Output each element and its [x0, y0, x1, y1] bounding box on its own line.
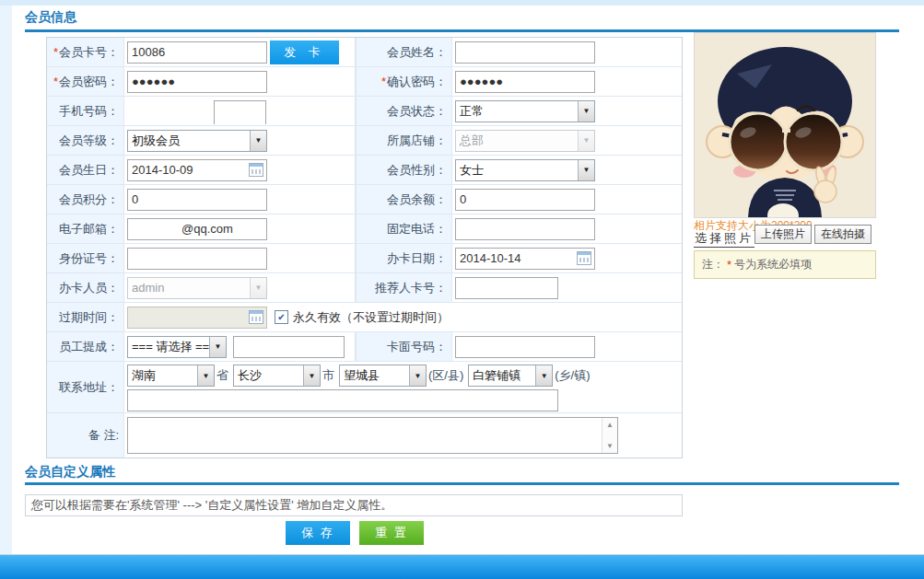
- section-title-member-info: 会员信息: [25, 9, 76, 26]
- balance-input[interactable]: [455, 189, 595, 211]
- member-photo: [694, 32, 876, 218]
- textarea-scrollbar[interactable]: ▲ ▼: [602, 418, 617, 453]
- form-row: 联系地址： 湖南 ▼ 省 长沙 ▼ 市 望城县 ▼: [47, 362, 682, 413]
- mobile-label: 手机号码：: [47, 97, 124, 125]
- commission-select[interactable]: === 请选择 === ▼: [127, 336, 227, 358]
- form-row: 过期时间： 永久有效（不设置过期时间）: [47, 303, 682, 332]
- address-detail-input[interactable]: [127, 389, 558, 411]
- member-name-input[interactable]: [455, 41, 595, 64]
- id-card-label: 身份证号：: [47, 244, 124, 272]
- chevron-down-icon: ▼: [250, 131, 266, 151]
- chevron-down-icon: ▼: [578, 101, 594, 122]
- form-row: *会员密码： *确认密码：: [47, 67, 682, 97]
- issue-card-button[interactable]: 发 卡: [270, 41, 339, 64]
- save-button[interactable]: 保 存: [286, 521, 350, 545]
- chevron-down-icon: ▼: [578, 131, 594, 151]
- card-no-input[interactable]: [127, 41, 267, 64]
- required-mark: *: [53, 45, 58, 59]
- chevron-down-icon: ▼: [197, 365, 214, 386]
- store-label: 所属店铺：: [356, 126, 452, 155]
- town-select[interactable]: 白箬铺镇 ▼: [468, 365, 553, 387]
- card-date-input[interactable]: 2014-10-14: [455, 248, 595, 270]
- online-capture-button[interactable]: 在线拍摄: [814, 225, 871, 244]
- calendar-icon[interactable]: [249, 163, 263, 177]
- card-face-input[interactable]: [455, 336, 595, 358]
- operator-select: admin ▼: [127, 277, 267, 299]
- chevron-down-icon: ▼: [303, 365, 320, 386]
- gender-label: 会员性别：: [356, 156, 452, 184]
- top-strip: [0, 0, 924, 6]
- required-mark: *: [381, 75, 386, 88]
- expire-input: [127, 307, 267, 329]
- chevron-down-icon: ▼: [209, 337, 226, 357]
- upload-photo-button[interactable]: 上传照片: [754, 225, 812, 244]
- id-card-input[interactable]: [127, 248, 267, 270]
- form-row: 电子邮箱： 固定电话：: [47, 214, 682, 244]
- form-row: *会员卡号： 发 卡 会员姓名：: [47, 38, 682, 67]
- city-select[interactable]: 长沙 ▼: [233, 365, 321, 387]
- birthday-input[interactable]: 2014-10-09: [127, 159, 267, 181]
- form-row: 身份证号： 办卡日期： 2014-10-14: [47, 244, 682, 273]
- required-note: 注： * 号为系统必填项: [694, 250, 876, 279]
- commission-label: 员工提成：: [47, 332, 124, 361]
- balance-label: 会员余额：: [356, 185, 452, 214]
- calendar-icon[interactable]: [577, 251, 591, 265]
- member-info-form: *会员卡号： 发 卡 会员姓名： *会员密码： *确认密码： 手机号码：: [46, 37, 683, 458]
- form-row: 会员积分： 会员余额：: [47, 185, 682, 214]
- town-suffix: (乡/镇): [555, 367, 590, 384]
- section-divider: [25, 482, 899, 485]
- required-mark: *: [53, 75, 58, 88]
- member-form-page: 会员信息 *会员卡号： 发 卡 会员姓名： *会员密码： *确认密码：: [0, 0, 924, 579]
- left-strip: [0, 6, 12, 554]
- remark-textarea[interactable]: ▲ ▼: [127, 417, 618, 454]
- custom-attr-help: 您可以根据需要在'系统管理' ---> '自定义属性设置' 增加自定义属性。: [25, 494, 683, 516]
- birthday-label: 会员生日：: [47, 156, 124, 184]
- reset-button[interactable]: 重 置: [359, 521, 424, 545]
- permanent-checkbox[interactable]: [275, 310, 288, 324]
- chevron-down-icon: ▼: [250, 278, 266, 298]
- expire-label: 过期时间：: [47, 303, 124, 331]
- password-input[interactable]: [127, 71, 267, 93]
- points-input[interactable]: [127, 189, 267, 211]
- referrer-card-input[interactable]: [455, 277, 558, 299]
- email-input[interactable]: [127, 218, 267, 240]
- confirm-password-label: *确认密码：: [356, 67, 452, 96]
- district-suffix: (区/县): [428, 367, 463, 384]
- permanent-checkbox-label: 永久有效（不设置过期时间）: [293, 309, 449, 326]
- email-label: 电子邮箱：: [47, 214, 124, 243]
- city-suffix: 市: [322, 367, 334, 384]
- form-row: 会员等级： 初级会员 ▼ 所属店铺： 总部 ▼: [47, 126, 682, 156]
- mobile-input[interactable]: [214, 100, 266, 124]
- chevron-down-icon: ▼: [535, 365, 552, 386]
- referrer-card-label: 推荐人卡号：: [356, 273, 452, 302]
- operator-label: 办卡人员：: [47, 273, 124, 302]
- province-select[interactable]: 湖南 ▼: [127, 365, 215, 387]
- password-label: *会员密码：: [47, 67, 124, 96]
- level-label: 会员等级：: [47, 126, 124, 155]
- status-label: 会员状态：: [356, 97, 452, 125]
- points-label: 会员积分：: [47, 185, 124, 214]
- district-select[interactable]: 望城县 ▼: [339, 365, 427, 387]
- level-select[interactable]: 初级会员 ▼: [127, 130, 267, 152]
- gender-select[interactable]: 女士 ▼: [455, 159, 595, 181]
- card-no-label: *会员卡号：: [47, 38, 124, 66]
- required-mark: *: [727, 258, 731, 272]
- card-face-label: 卡面号码：: [356, 332, 452, 361]
- member-name-label: 会员姓名：: [356, 38, 452, 66]
- confirm-password-input[interactable]: [455, 71, 595, 93]
- status-select[interactable]: 正常 ▼: [455, 100, 595, 122]
- chevron-down-icon: ▼: [578, 160, 594, 180]
- calendar-icon[interactable]: [249, 310, 263, 324]
- choose-photo-button[interactable]: 选择照片: [694, 230, 754, 248]
- scroll-up-icon[interactable]: ▲: [606, 418, 614, 432]
- section-title-custom-attrs: 会员自定义属性: [25, 464, 115, 481]
- form-row: 备 注: ▲ ▼: [47, 413, 682, 457]
- remark-label: 备 注:: [47, 413, 124, 457]
- card-date-label: 办卡日期：: [356, 244, 452, 272]
- province-suffix: 省: [216, 367, 228, 384]
- telephone-input[interactable]: [455, 218, 595, 240]
- commission-amount-input[interactable]: [233, 336, 345, 358]
- form-row: 手机号码： 会员状态： 正常 ▼: [47, 97, 682, 126]
- address-label: 联系地址：: [47, 362, 124, 412]
- scroll-down-icon[interactable]: ▼: [606, 439, 614, 453]
